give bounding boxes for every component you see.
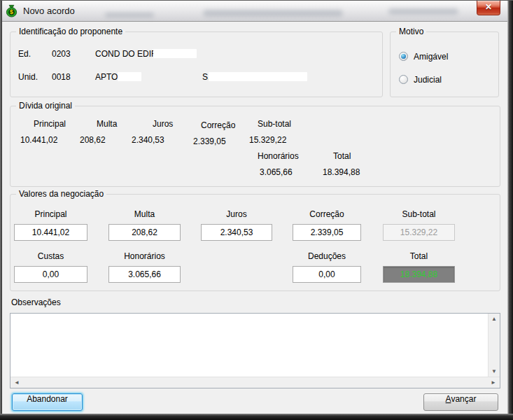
svg-text:$: $	[10, 8, 13, 15]
principal-input[interactable]	[14, 224, 87, 241]
juros-input[interactable]	[201, 224, 272, 241]
abandonar-button[interactable]: Abandonar	[12, 393, 83, 411]
titlebar-glass-smudge	[105, 13, 154, 18]
deducoes-field: Deduções	[293, 251, 361, 283]
money-bag-icon: $	[5, 4, 18, 18]
custas-field: Custas	[14, 251, 87, 283]
deducoes-input[interactable]	[293, 266, 361, 283]
ed-desc: COND DO EDIF	[95, 49, 156, 59]
divida-honorarios-value: 3.065,66	[260, 167, 293, 177]
total-label: Total	[383, 251, 455, 261]
scroll-right-icon[interactable]: ►	[491, 380, 496, 386]
group-divida-legend: Dívida original	[16, 101, 75, 111]
juros-field: Juros	[201, 209, 272, 241]
close-button[interactable]: ✕	[477, 1, 500, 15]
correcao-field: Correção	[293, 209, 361, 241]
scroll-up-icon[interactable]: ▲	[489, 316, 500, 322]
divida-correcao-value: 2.339,05	[193, 136, 226, 146]
group-motivo-legend: Motivo	[396, 27, 426, 36]
subtotal-field: Sub-total	[383, 209, 455, 241]
custas-label: Custas	[14, 251, 87, 261]
honorarios-input[interactable]	[108, 266, 181, 283]
total-display: 18.394,88	[383, 266, 455, 283]
divida-total-label: Total	[333, 151, 351, 161]
redaction-block	[153, 49, 197, 58]
group-divida-original: Dívida original Principal Multa Juros Co…	[10, 106, 500, 187]
divida-principal-value: 10.441,02	[20, 135, 57, 145]
radio-judicial[interactable]	[399, 75, 408, 84]
window-title: Novo acordo	[23, 6, 75, 16]
deducoes-label: Deduções	[293, 251, 361, 261]
divida-multa-value: 208,62	[80, 135, 106, 145]
correcao-label: Correção	[293, 209, 361, 219]
divida-multa-label: Multa	[97, 119, 117, 129]
radio-judicial-label[interactable]: Judicial	[414, 75, 442, 85]
multa-input[interactable]	[108, 224, 181, 241]
scroll-left-icon[interactable]: ◄	[14, 380, 20, 386]
group-identificacao-proponente: Identificação do proponente Ed. 0203 CON…	[10, 31, 383, 97]
horizontal-scrollbar[interactable]: ◄ ►	[10, 377, 500, 388]
divida-principal-label: Principal	[34, 119, 66, 129]
observacoes-box: ▲ ▼ ◄ ►	[10, 313, 500, 388]
multa-field: Multa	[108, 209, 181, 241]
ed-label: Ed.	[18, 49, 31, 59]
redaction-block	[209, 72, 307, 81]
scroll-down-icon[interactable]: ▼	[489, 369, 500, 374]
subtotal-input	[383, 224, 455, 241]
honorarios-label: Honorários	[108, 251, 181, 261]
window-frame-bottom	[0, 414, 513, 420]
redaction-block	[118, 72, 141, 81]
group-motivo: Motivo Amigável Judicial	[390, 31, 499, 97]
divida-subtotal-label: Sub-total	[258, 119, 291, 129]
vertical-scrollbar[interactable]: ▲ ▼	[488, 314, 500, 377]
unid-desc: APTO.	[95, 72, 120, 82]
custas-input[interactable]	[14, 266, 87, 283]
avancar-rest: vançar	[451, 394, 476, 404]
ed-code: 0203	[52, 49, 71, 59]
radio-amigavel-label[interactable]: Amigável	[414, 52, 448, 62]
honorarios-field: Honorários	[108, 251, 181, 283]
observacoes-textarea[interactable]	[10, 314, 488, 377]
correcao-input[interactable]	[293, 224, 361, 241]
dialog-window: $ Novo acordo ✕ Identificação do propone…	[0, 0, 513, 420]
subtotal-label: Sub-total	[383, 209, 455, 219]
observacoes-label: Observações	[11, 298, 61, 307]
principal-field: Principal	[14, 209, 87, 241]
divida-honorarios-label: Honorários	[258, 151, 299, 161]
group-identificacao-legend: Identificação do proponente	[16, 27, 125, 36]
divida-correcao-label: Correção	[201, 120, 235, 130]
group-valores-negociacao: Valores da negociação Principal Multa Ju…	[10, 194, 500, 291]
window-frame-left	[0, 1, 2, 420]
multa-label: Multa	[108, 209, 181, 219]
divida-juros-label: Juros	[153, 119, 173, 129]
juros-label: Juros	[201, 209, 272, 219]
divida-total-value: 18.394,88	[323, 167, 360, 177]
titlebar-glass-smudge	[388, 8, 458, 15]
titlebar-glass-smudge	[203, 10, 343, 17]
unid-label: Unid.	[18, 72, 38, 82]
unid-code: 0018	[52, 72, 71, 82]
window-frame-right	[507, 1, 513, 420]
avancar-button[interactable]: Avançar	[423, 393, 498, 411]
principal-label: Principal	[14, 209, 87, 219]
radio-amigavel[interactable]	[399, 52, 408, 61]
total-field: Total 18.394,88	[383, 251, 455, 283]
divida-juros-value: 2.340,53	[132, 135, 164, 145]
divida-subtotal-value: 15.329,22	[249, 135, 286, 145]
titlebar[interactable]: $ Novo acordo ✕	[0, 1, 513, 22]
group-valores-legend: Valores da negociação	[16, 189, 106, 199]
